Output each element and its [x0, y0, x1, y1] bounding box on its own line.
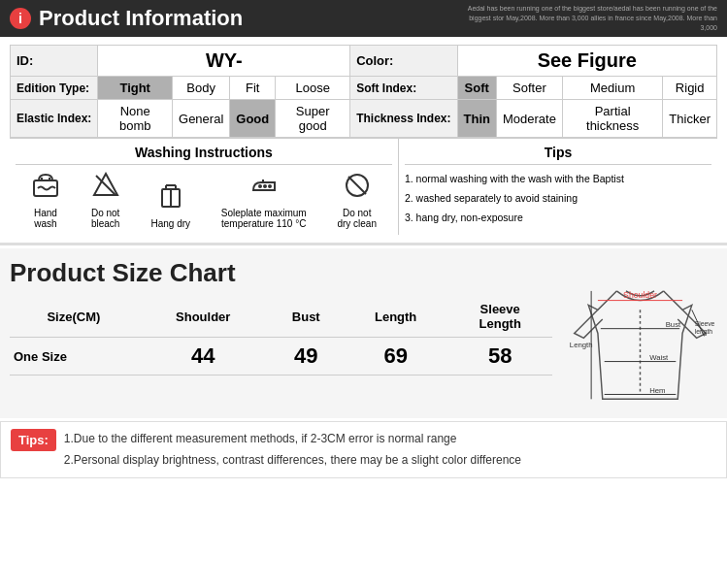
no-dry-clean-label: Do notdry clean: [337, 208, 377, 229]
thick-partial: Partial thickness: [562, 100, 662, 138]
color-label: Color:: [350, 46, 457, 77]
id-label: ID:: [11, 46, 98, 77]
tips-title: Tips: [405, 145, 711, 165]
washing-title: Washing Instructions: [16, 145, 392, 165]
hand-wash-item: Handwash: [31, 171, 60, 229]
thick-moderate: Moderate: [496, 100, 562, 138]
elastic-label: Elastic Index:: [11, 100, 98, 138]
iron-label: Soleplate maximumtemperature 110 °C: [221, 208, 307, 229]
col-length: Length: [344, 296, 448, 338]
page-title: Product Information: [39, 6, 243, 31]
size-length: 69: [344, 338, 448, 376]
color-value: See Figure: [457, 46, 716, 77]
tips-list: 1. normal washing with the wash with the…: [405, 171, 711, 225]
tip-3: 3. hang dry, non-exposure: [405, 210, 711, 226]
product-info-table: ID: WY- Color: See Figure Edition Type: …: [10, 45, 717, 138]
tip-1: 1. normal washing with the wash with the…: [405, 171, 711, 187]
no-dry-clean-icon: [343, 171, 372, 204]
no-bleach-item: Do notbleach: [91, 171, 120, 229]
tips-footer: Tips: 1.Due to the different measurement…: [0, 421, 727, 478]
size-name: One Size: [10, 338, 138, 376]
iron-icon: [249, 171, 279, 204]
size-sleeve: 58: [447, 338, 552, 376]
soft-softer: Softer: [496, 77, 562, 100]
svg-text:Bust: Bust: [665, 320, 680, 329]
size-table: Size(CM) Shoulder Bust Length SleeveLeng…: [10, 296, 552, 376]
page-header: i Product Information Aedal has been run…: [0, 0, 727, 37]
id-value: WY-: [98, 46, 350, 77]
hand-wash-icon: [31, 171, 60, 204]
svg-point-11: [264, 185, 266, 187]
tips-footer-label: Tips:: [11, 429, 56, 451]
soft-medium: Medium: [562, 77, 662, 100]
hang-dry-icon: [156, 181, 185, 214]
elastic-none: None bomb: [98, 100, 173, 138]
svg-point-12: [269, 185, 271, 187]
svg-text:length: length: [694, 328, 712, 336]
col-shoulder: Shoulder: [138, 296, 269, 338]
no-bleach-icon: [91, 171, 120, 204]
size-chart-left: Product Size Chart Size(CM) Shoulder Bus…: [10, 258, 552, 408]
size-chart-section: Product Size Chart Size(CM) Shoulder Bus…: [0, 248, 727, 418]
thick-thin: Thin: [457, 100, 496, 138]
svg-text:Shoulder: Shoulder: [623, 290, 657, 300]
washing-icons: Handwash Do notbleach: [16, 171, 392, 229]
size-chart-title: Product Size Chart: [10, 258, 552, 288]
washing-instructions: Washing Instructions Handwa: [10, 138, 399, 235]
tips-footer-text: 1.Due to the different measurement metho…: [64, 429, 521, 471]
soft-index-label: Soft Index:: [350, 77, 457, 100]
svg-point-10: [259, 185, 261, 187]
tips-footer-line1: 1.Due to the different measurement metho…: [64, 429, 521, 450]
elastic-good: Good: [230, 100, 276, 138]
soft-rigid: Rigid: [663, 77, 717, 100]
edition-body: Body: [173, 77, 230, 100]
tips-footer-line2: 2.Personal display brightness, contrast …: [64, 450, 521, 472]
svg-line-14: [348, 177, 366, 194]
thick-index-label: Thickness Index:: [350, 100, 457, 138]
edition-fit: Fit: [230, 77, 276, 100]
svg-text:Sleeve: Sleeve: [694, 320, 714, 327]
col-sleeve: SleeveLength: [447, 296, 552, 338]
col-size: Size(CM): [10, 296, 138, 338]
no-bleach-label: Do notbleach: [91, 208, 119, 229]
thick-thicker: Thicker: [663, 100, 717, 138]
size-chart-inner: Product Size Chart Size(CM) Shoulder Bus…: [10, 258, 717, 408]
edition-tight: Tight: [98, 77, 173, 100]
elastic-general: General: [173, 100, 230, 138]
no-dry-clean-item: Do notdry clean: [337, 171, 377, 229]
tips-section: Tips 1. normal washing with the wash wit…: [399, 138, 717, 235]
tip-2: 2. washed separately to avoid staining: [405, 190, 711, 207]
svg-text:Waist: Waist: [649, 353, 669, 362]
col-bust: Bust: [269, 296, 344, 338]
hand-wash-label: Handwash: [34, 208, 57, 229]
header-small-text: Aedal has been running one of the bigges…: [465, 4, 717, 32]
size-shoulder: 44: [138, 338, 269, 376]
iron-item: Soleplate maximumtemperature 110 °C: [221, 171, 307, 229]
svg-rect-0: [34, 180, 57, 196]
size-bust: 49: [269, 338, 344, 376]
elastic-super: Super good: [276, 100, 350, 138]
soft-soft: Soft: [457, 77, 496, 100]
size-chart-diagram: Shoulder Bust Length Waist Hem Sleeve le…: [562, 258, 717, 408]
svg-text:Length: Length: [569, 341, 592, 349]
edition-label: Edition Type:: [11, 77, 98, 100]
svg-text:Hem: Hem: [649, 386, 665, 395]
washing-section: Washing Instructions Handwa: [10, 138, 717, 235]
hang-dry-label: Hang dry: [150, 218, 190, 229]
product-info-section: ID: WY- Color: See Figure Edition Type: …: [0, 37, 727, 245]
edition-loose: Loose: [276, 77, 350, 100]
info-icon: i: [10, 8, 31, 29]
size-row: One Size 44 49 69 58: [10, 338, 552, 376]
garment-diagram: Shoulder Bust Length Waist Hem Sleeve le…: [565, 258, 715, 408]
hang-dry-item: Hang dry: [150, 181, 190, 229]
